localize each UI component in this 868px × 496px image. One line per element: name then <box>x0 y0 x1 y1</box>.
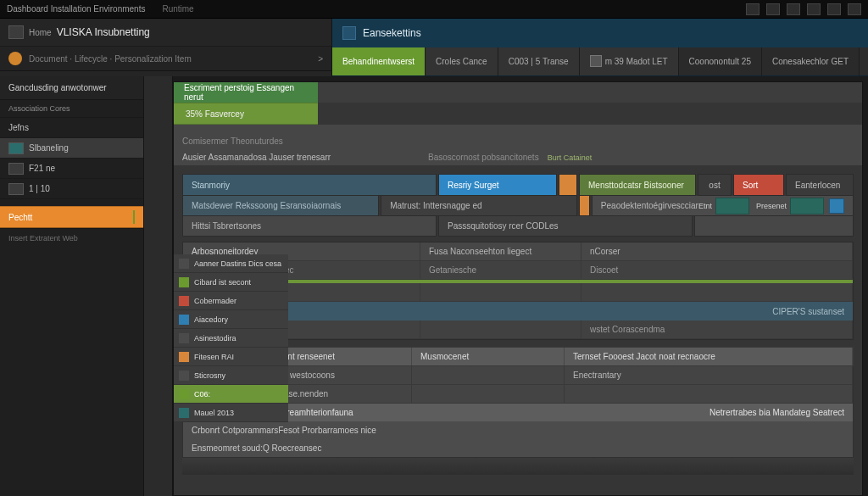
section-band-meta: CIPER'S sustanset <box>755 307 844 316</box>
list-item[interactable]: Aiacedory <box>174 310 288 329</box>
col-subheader: Peaodektentoégirvescciar Etnt Presenet <box>592 196 854 216</box>
grid-value[interactable]: Discoet <box>581 261 853 280</box>
tool-icon[interactable] <box>807 3 821 15</box>
color-swatch-icon <box>179 277 189 287</box>
panel-footer-shade <box>182 458 854 475</box>
tool-icon[interactable] <box>746 3 760 15</box>
grid-value[interactable]: nCorser <box>581 242 853 261</box>
breadcrumb-row[interactable]: Document · Lifecycle · Personalization I… <box>0 46 331 71</box>
tool-icon[interactable] <box>766 3 780 15</box>
chip-icon[interactable] <box>715 198 749 215</box>
list-item[interactable]: Cobermader <box>174 292 288 310</box>
col-header[interactable]: Eanterlocen <box>786 174 854 196</box>
col-header[interactable]: Stanmoriy <box>182 174 437 196</box>
cell[interactable]: Enectrantary <box>565 366 853 385</box>
color-swatch-icon <box>179 389 189 399</box>
col-subheader[interactable]: Matrust: Inttersnagge ed <box>381 196 577 216</box>
list-item[interactable]: Aanner Dastins Dics cesa <box>174 254 288 273</box>
nav-item[interactable]: Slbaneling <box>0 138 143 159</box>
nav-group-header: Association Cores <box>0 100 143 118</box>
col-subheader[interactable]: Matsdewer Rekssoong Esransoiaornais <box>182 196 379 216</box>
tab-main[interactable]: Behandinentwserst <box>332 47 426 76</box>
grid-value[interactable] <box>581 283 853 302</box>
col-header-alert[interactable]: Sort <box>733 174 784 196</box>
col-marker <box>559 174 577 196</box>
tab-secondary[interactable]: Croles Cance <box>426 47 498 76</box>
substage: Comisermer Theonuturdes Ausier Assamanad… <box>174 125 862 165</box>
nav-item-label: Jefns <box>8 123 29 132</box>
chip-small[interactable]: Presenet <box>756 202 787 210</box>
window-crumb: Runtime <box>162 4 193 14</box>
list-item[interactable]: Fitesen RAI <box>174 348 288 366</box>
grid-value: wstet Corascendma <box>581 320 853 339</box>
tab-secondary[interactable]: C003 | 5 Transe <box>498 47 580 76</box>
window-tool-cluster <box>746 3 861 15</box>
cell <box>412 385 565 404</box>
user-avatar-icon[interactable] <box>8 52 22 65</box>
color-swatch-icon <box>179 259 189 269</box>
grid-value <box>420 320 581 339</box>
gutter-panel <box>144 76 173 496</box>
col-header[interactable]: Mensttodcatsr Bistsooner <box>579 174 696 196</box>
chip-icon[interactable] <box>829 198 844 214</box>
list-item[interactable]: Asinestodira <box>174 329 288 348</box>
folder-icon <box>8 142 24 154</box>
list-item[interactable]: C06: <box>174 385 288 404</box>
nav-item[interactable]: 1 | 10 <box>0 179 143 199</box>
window-title: Dashboard Installation Environments <box>7 4 145 14</box>
chevron-right-icon[interactable]: > <box>318 54 323 64</box>
tab-secondary[interactable]: m 39 Madot LET <box>580 47 679 76</box>
nav-hint: Insert Extratent Web <box>0 228 143 248</box>
nav-cta-button[interactable]: Pechtt <box>0 206 143 228</box>
tool-icon[interactable] <box>848 3 861 15</box>
cell <box>565 385 853 404</box>
app-logo-label: Home <box>29 28 52 37</box>
system-topbar: Dashboard Installation Environments Runt… <box>0 0 868 19</box>
color-swatch-icon <box>179 352 189 362</box>
module-tabs: Behandinentwserst Croles Cance C003 | 5 … <box>332 47 868 76</box>
tool-icon[interactable] <box>787 3 800 15</box>
module-icon <box>342 26 356 40</box>
left-nav: Gancdusding anwotonwer Association Cores… <box>0 76 144 496</box>
nav-item-label: 1 | 10 <box>29 184 50 193</box>
th[interactable]: Ternset Foooest Jacot noat recnaocre <box>565 348 853 365</box>
tab-secondary[interactable]: Coononontult 25 <box>679 47 762 76</box>
nav-cta-label: Pechtt <box>8 213 32 222</box>
main-toolbar: Escriment perstoig Essangen nerut <box>174 82 862 103</box>
color-swatch-icon <box>179 296 189 306</box>
toolbar-tab-active[interactable]: Escriment perstoig Essangen nerut <box>174 82 318 103</box>
grid-value[interactable] <box>420 283 581 302</box>
nav-item[interactable]: F21 ne <box>0 159 143 179</box>
chip-list: Aanner Dastins Dics cesa Cibard ist seco… <box>174 254 288 422</box>
tool-icon[interactable] <box>827 3 841 15</box>
color-swatch-icon <box>179 408 189 418</box>
col-header-small[interactable]: ost <box>698 174 732 196</box>
list-item[interactable]: Cibard ist secont <box>174 273 288 292</box>
th[interactable]: Musmocenet <box>412 348 565 365</box>
color-swatch-icon <box>179 315 189 325</box>
box-icon <box>8 183 24 195</box>
nav-item-label: F21 ne <box>29 164 55 173</box>
list-item[interactable]: Sticrosny <box>174 366 288 385</box>
progress-band: 35% Fasvercey <box>174 103 318 125</box>
grid-value[interactable]: Getaniesche <box>420 261 581 280</box>
box-icon <box>8 163 24 175</box>
app-header: Home VLISKA Insubnetting Document · Life… <box>0 19 868 76</box>
tab-secondary[interactable]: Conesakechlor GET <box>762 47 860 76</box>
module-title: Eansekettins <box>332 19 868 47</box>
color-swatch-icon <box>179 371 189 381</box>
substage-line: Comisermer Theonuturdes <box>182 133 849 149</box>
cell <box>412 366 565 385</box>
chip-icon[interactable] <box>790 198 824 215</box>
module-title-text: Eansekettins <box>363 27 421 39</box>
band-row: Ensmeomret soud: Q Roecreansec <box>183 439 853 457</box>
nav-item-label: Slbaneling <box>29 143 69 153</box>
col-subheader: Passsquitotiosy rcer CODLes <box>438 216 693 237</box>
chip-small[interactable]: Etnt <box>698 202 712 210</box>
grid-value[interactable]: Fusa Naconseehton liegect <box>420 242 581 261</box>
col-header-primary[interactable]: Resriy Surget <box>438 174 557 196</box>
list-item[interactable]: Mauel 2013 <box>174 404 288 422</box>
nav-item[interactable]: Jefns <box>0 118 143 138</box>
column-header-region: Stanmoriy Resriy Surget Mensttodcatsr Bi… <box>182 174 854 237</box>
toolbar-tab[interactable] <box>318 82 862 103</box>
